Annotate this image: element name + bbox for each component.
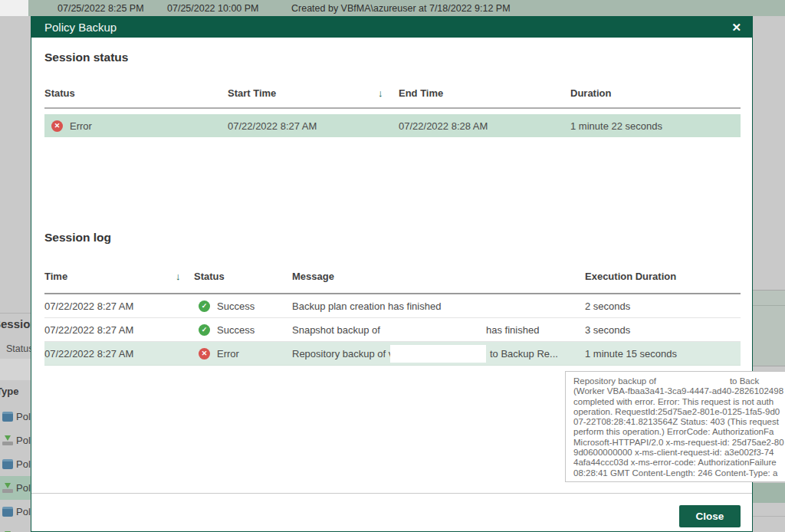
- background-table-row-line: [753, 516, 785, 517]
- column-header-start-time[interactable]: Start Time: [228, 87, 276, 99]
- background-end-time: 07/25/2022 10:00 PM: [167, 3, 259, 14]
- policy-icon: [2, 459, 13, 469]
- background-policy-row[interactable]: Policy: [0, 500, 31, 524]
- log-message: Backup plan creation has finished: [292, 294, 441, 317]
- tooltip-line: 9d0600000000 x-ms-client-request-id: a3e…: [573, 448, 785, 458]
- close-icon[interactable]: ✕: [731, 17, 741, 38]
- sort-descending-icon[interactable]: ↓: [378, 87, 383, 99]
- error-tooltip: Repository backup of to Back (Worker VBA…: [565, 371, 785, 482]
- type-column-header: Type: [0, 386, 18, 397]
- tooltip-line: perform this operation.) ErrorCode: Auth…: [573, 427, 785, 437]
- background-start-time: 07/25/2022 8:25 PM: [57, 3, 144, 14]
- log-message-suffix: has finished: [486, 318, 539, 341]
- footer-divider: [31, 493, 752, 494]
- backup-policy-icon: [2, 483, 13, 493]
- log-row[interactable]: 07/22/2022 8:27 AM ✓ Success Backup plan…: [44, 294, 741, 318]
- tooltip-line: Microsoft-HTTPAPI/2.0 x-ms-request-id: 2…: [573, 438, 785, 448]
- column-header-status[interactable]: Status: [44, 87, 75, 99]
- log-message-suffix: to Backup Re...: [490, 342, 558, 365]
- background-policy-row[interactable]: Policy: [0, 405, 31, 429]
- log-duration: 1 minute 15 seconds: [585, 342, 677, 365]
- error-icon: ✕: [51, 120, 63, 132]
- redacted-box: [390, 345, 486, 363]
- policy-row-label: Policy: [16, 506, 31, 517]
- session-end-time: 07/22/2022 8:28 AM: [399, 114, 488, 137]
- tooltip-line: 4afa44ccc03d x-ms-error-code: Authorizat…: [573, 458, 785, 468]
- session-log-title: Session log: [44, 231, 111, 245]
- background-policy-row[interactable]: [0, 524, 31, 532]
- tooltip-line: (Worker VBA-fbaa3a41-3ca9-4447-ad40-2826…: [573, 386, 785, 396]
- background-policy-row-selected[interactable]: Policy: [0, 476, 31, 500]
- error-icon: ✕: [199, 348, 210, 360]
- session-start-time: 07/22/2022 8:27 AM: [228, 114, 317, 137]
- policy-row-label: Policy: [16, 411, 31, 422]
- background-divider: [0, 313, 31, 314]
- log-row-selected[interactable]: 07/22/2022 8:27 AM ✕ Error Repository ba…: [44, 342, 741, 366]
- policy-icon: [2, 507, 13, 517]
- tooltip-line: 08:28:41 GMT Content-Length: 246 Content…: [573, 468, 785, 478]
- dialog-header: Policy Backup ✕: [31, 17, 752, 38]
- column-header-end-time[interactable]: End Time: [399, 87, 443, 99]
- background-policy-row[interactable]: Policy: [0, 452, 31, 476]
- tooltip-line: completed with error. Error: This reques…: [573, 397, 785, 407]
- policy-row-label: Policy: [16, 435, 31, 446]
- session-duration: 1 minute 22 seconds: [570, 114, 662, 137]
- log-row[interactable]: 07/22/2022 8:27 AM ✓ Success Snapshot ba…: [44, 318, 741, 342]
- log-message: Snapshot backup of: [292, 318, 380, 341]
- policy-row-label: Policy: [16, 482, 31, 494]
- log-status: Error: [217, 342, 239, 365]
- log-time: 07/22/2022 8:27 AM: [44, 294, 133, 317]
- column-header-execution-duration[interactable]: Execution Duration: [585, 271, 676, 282]
- background-policy-row[interactable]: Policy: [0, 429, 31, 452]
- column-header-time[interactable]: Time: [44, 271, 67, 282]
- dialog-title: Policy Backup: [44, 21, 117, 34]
- background-toolbar-band: [0, 359, 31, 380]
- background-selected-row-right: [753, 483, 785, 503]
- log-status: Success: [217, 318, 255, 341]
- session-status-value: Error: [70, 114, 92, 137]
- session-status-row[interactable]: ✕ Error 07/22/2022 8:27 AM 07/22/2022 8:…: [44, 114, 741, 137]
- tooltip-line: Repository backup of to Back: [573, 376, 785, 386]
- background-table-row-line: [753, 305, 785, 306]
- table-header-divider: [44, 107, 741, 109]
- log-time: 07/22/2022 8:27 AM: [44, 318, 133, 341]
- log-time: 07/22/2022 8:27 AM: [44, 342, 133, 365]
- success-icon: ✓: [199, 324, 210, 336]
- policy-icon: [2, 412, 13, 422]
- tooltip-line: 07-22T08:28:41.8213564Z Status: 403 (Thi…: [573, 417, 785, 427]
- tooltip-line: operation. RequestId:25d75ae2-801e-0125-…: [573, 407, 785, 417]
- sort-descending-icon[interactable]: ↓: [176, 271, 181, 282]
- background-corner: [0, 0, 28, 16]
- close-button[interactable]: Close: [679, 505, 741, 527]
- column-header-duration[interactable]: Duration: [570, 87, 611, 99]
- backup-policy-icon: [2, 435, 13, 445]
- policy-row-label: Policy: [16, 458, 31, 470]
- session-log-table: 07/22/2022 8:27 AM ✓ Success Backup plan…: [44, 294, 741, 366]
- session-status-title: Session status: [44, 51, 128, 64]
- log-status: Success: [217, 294, 255, 317]
- background-table-band: [753, 290, 785, 366]
- background-selected-row: 07/25/2022 8:25 PM 07/25/2022 10:00 PM C…: [28, 0, 785, 16]
- column-header-message[interactable]: Message: [292, 271, 334, 282]
- column-header-status[interactable]: Status: [194, 271, 225, 282]
- status-filter-label: Status: [6, 343, 33, 354]
- background-created-by: Created by VBfMA\azureuser at 7/18/2022 …: [291, 3, 511, 14]
- redacted-box: [399, 321, 484, 339]
- log-duration: 2 seconds: [585, 294, 630, 317]
- log-message: Repository backup of v: [292, 342, 393, 365]
- log-duration: 3 seconds: [585, 318, 630, 341]
- success-icon: ✓: [199, 300, 210, 312]
